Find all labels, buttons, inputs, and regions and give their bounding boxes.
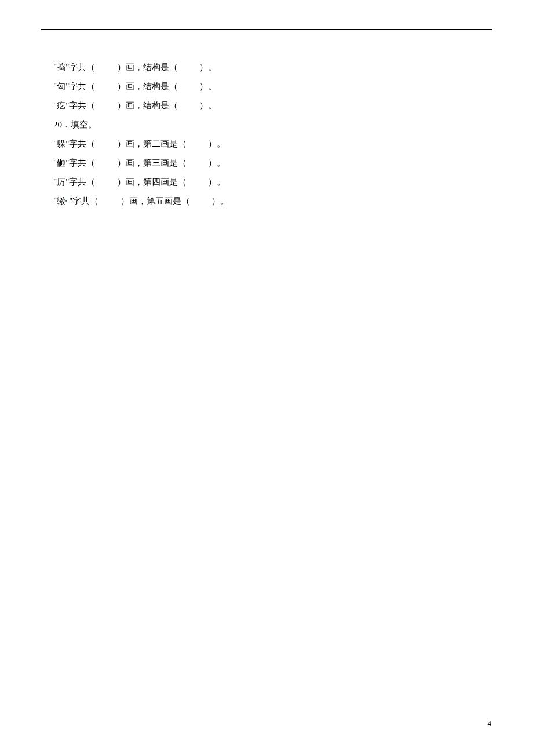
t: ）画， [117,101,143,110]
q-num: 20 [53,120,62,129]
t: ）。 [211,196,229,206]
t: （ [169,101,178,110]
t: ）画， [117,63,143,72]
mid: 第四画是 [143,177,178,187]
fill-row-4: "躲"字共（ ）画，第二画是（ ）。 [53,134,480,154]
t: （ [181,196,190,206]
fill-row-2: "匈"字共（ ）画，结构是（ ）。 [53,77,480,96]
t: "字共（ [65,101,95,110]
fill-row-3: "疙"字共（ ）画，结构是（ ）。 [53,96,480,115]
char: 捣 [57,63,65,72]
sp [187,177,209,187]
char: 厉 [57,177,65,187]
sp [190,196,212,206]
mid: 结构是 [143,101,169,110]
char: 躲 [57,139,65,148]
t: （ [178,177,187,187]
sp [178,63,200,72]
char: 疙 [57,101,65,110]
t: "字共（ [65,139,95,148]
fill-row-7: "缴"字共（ ）画，第五画是（ ）。 [53,192,480,211]
sp [95,177,117,187]
char: 缴 [57,196,65,206]
mid: 第五画是 [147,196,181,206]
mid: 第三画是 [143,158,178,167]
t: ）。 [208,177,225,187]
t: "字共（ [65,158,95,167]
t: "字共（ [65,82,95,91]
t: ）。 [199,63,217,72]
sp [95,158,117,167]
mid: 第二画是 [143,139,178,148]
t: ）。 [199,82,217,91]
page-number: 4 [488,719,492,728]
fill-row-6: "厉"字共（ ）画，第四画是（ ）。 [53,173,480,192]
mid: 结构是 [143,63,169,72]
t: ）。 [208,139,225,148]
char: 匈 [57,82,65,91]
t: "字共（ [65,177,95,187]
t: ）。 [208,158,225,167]
t: "字共（ [69,196,98,206]
t: （ [169,82,178,91]
t: （ [178,139,187,148]
sp [178,82,200,91]
header-rule [41,29,492,30]
t: （ [178,158,187,167]
t: "字共（ [65,63,95,72]
sp [98,196,121,206]
sp [187,139,209,148]
sp [95,82,117,91]
t: ）。 [199,101,217,110]
mid: 结构是 [143,82,169,91]
t: ）画， [117,139,143,148]
page-content: "捣"字共（ ）画，结构是（ ）。 "匈"字共（ ）画，结构是（ ）。 "疙"字… [53,58,480,211]
t: （ [169,63,178,72]
char: 砸 [57,158,65,167]
sp [95,63,117,72]
t: ）画， [121,196,147,206]
t: ）画， [117,177,143,187]
question-20: 20．填空。 [53,115,480,134]
t: ）画， [117,158,143,167]
q-label: ．填空。 [62,120,97,129]
sp [178,101,200,110]
sp [95,139,117,148]
fill-row-5: "砸"字共（ ）画，第三画是（ ）。 [53,154,480,173]
sp [95,101,117,110]
t: ）画， [117,82,143,91]
sp [187,158,209,167]
fill-row-1: "捣"字共（ ）画，结构是（ ）。 [53,58,480,77]
